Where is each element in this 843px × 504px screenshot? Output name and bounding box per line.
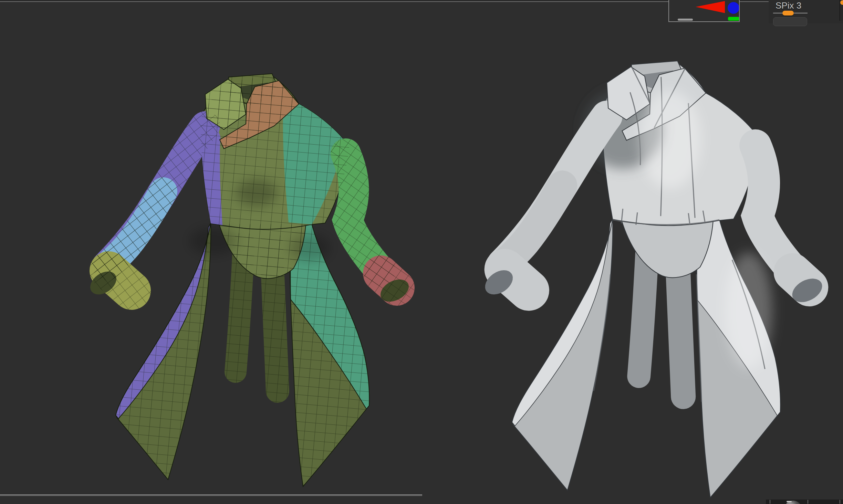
- widget-separator-mid: [808, 500, 808, 504]
- gray-dash-icon: [678, 19, 693, 21]
- model-polygroup-coat[interactable]: [86, 74, 413, 486]
- axis-gizmo[interactable]: [668, 0, 740, 22]
- corner-slider-handle[interactable]: [840, 0, 843, 5]
- widget-separator-left: [770, 500, 770, 504]
- green-bar-icon: [728, 17, 739, 21]
- scene-3d[interactable]: [0, 0, 843, 504]
- sphere-highlight-dash: [787, 501, 792, 502]
- sculpt-sleeve-right: [756, 145, 792, 269]
- blue-sphere-icon: [728, 2, 739, 14]
- spix-panel: SPix 3: [769, 0, 843, 23]
- viewport-canvas[interactable]: SPix 3: [0, 0, 843, 504]
- spix-slider-label: SPix 3: [776, 1, 809, 10]
- widget-bar: [766, 500, 843, 504]
- spix-panel-button[interactable]: [773, 17, 807, 26]
- bottom-divider: [0, 494, 422, 496]
- widget-separator-right: [840, 500, 840, 504]
- spix-slider-handle[interactable]: [782, 11, 794, 15]
- red-arrow-icon: [696, 1, 725, 13]
- model-sculpted-coat[interactable]: [481, 61, 826, 498]
- wireframe-overlay: [107, 74, 397, 486]
- bottom-right-widget[interactable]: [766, 500, 843, 504]
